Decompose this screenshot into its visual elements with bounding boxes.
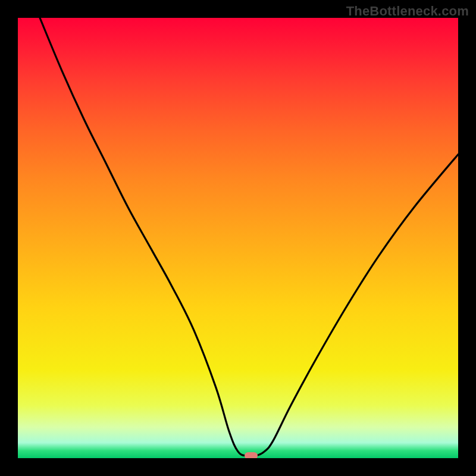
watermark-text: TheBottleneck.com — [346, 4, 469, 19]
bottleneck-curve-path — [40, 18, 458, 456]
curve-svg — [18, 18, 458, 458]
chart-frame: TheBottleneck.com — [0, 0, 476, 476]
optimum-marker — [245, 452, 258, 458]
plot-area — [18, 18, 458, 458]
